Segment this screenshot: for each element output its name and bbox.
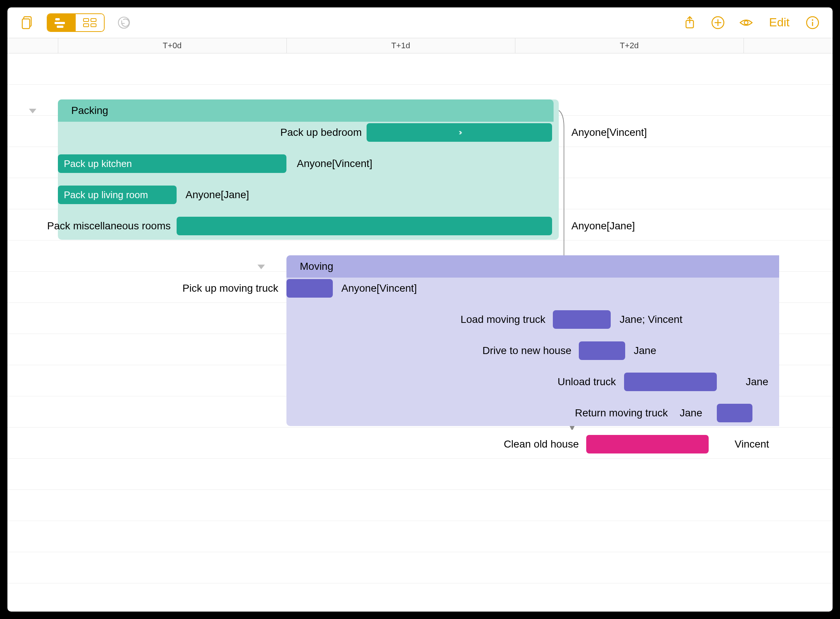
toolbar: Edit	[7, 7, 833, 38]
task-bar-misc[interactable]	[176, 217, 552, 235]
task-assignee-return: Jane	[680, 404, 702, 422]
task-bar-pickup[interactable]	[286, 279, 333, 298]
svg-rect-7	[91, 19, 96, 21]
task-assignee-bedroom: Anyone[Vincent]	[571, 123, 647, 142]
disclosure-packing[interactable]	[26, 104, 39, 117]
task-label-load: Load moving truck	[416, 310, 546, 329]
task-label-misc: Pack miscellaneous rooms	[52, 217, 171, 235]
task-label-living: Pack up living room	[64, 189, 148, 201]
task-bar-unload[interactable]	[624, 372, 717, 391]
task-assignee-unload: Jane	[746, 372, 768, 391]
svg-rect-2	[55, 18, 60, 20]
task-assignee-load: Jane; Vincent	[620, 310, 682, 329]
group-header-packing[interactable]: Packing	[58, 99, 554, 122]
disclosure-moving[interactable]	[254, 260, 268, 273]
task-label-drive: Drive to new house	[416, 341, 571, 360]
task-label-kitchen: Pack up kitchen	[64, 158, 132, 170]
view-mode-segmented	[47, 13, 105, 32]
task-assignee-kitchen: Anyone[Vincent]	[297, 154, 372, 173]
group-title-packing: Packing	[71, 105, 108, 117]
gantt-chart[interactable]: Packing Pack up bedroom ››› Anyone[Vince…	[7, 54, 833, 612]
edit-button[interactable]: Edit	[769, 16, 789, 29]
task-bar-kitchen[interactable]: Pack up kitchen	[58, 154, 286, 173]
task-assignee-pickup: Anyone[Vincent]	[341, 279, 417, 298]
task-assignee-living: Anyone[Jane]	[185, 185, 249, 204]
svg-rect-4	[57, 25, 63, 28]
task-label-return: Return moving truck	[527, 404, 668, 422]
task-bar-living[interactable]: Pack up living room	[58, 185, 176, 204]
svg-rect-6	[84, 24, 89, 27]
task-label-bedroom: Pack up bedroom	[193, 123, 362, 142]
task-bar-clean[interactable]	[586, 435, 708, 453]
group-title-moving: Moving	[300, 260, 333, 272]
view-mode-gantt[interactable]	[48, 14, 76, 31]
task-assignee-drive: Jane	[634, 341, 656, 360]
time-tick-2: T+2d	[620, 41, 639, 51]
time-tick-0: T+0d	[163, 41, 182, 51]
add-button[interactable]	[709, 14, 727, 31]
task-bar-drive[interactable]	[579, 341, 625, 360]
task-assignee-clean: Vincent	[735, 435, 769, 453]
undo-button[interactable]	[115, 14, 133, 31]
svg-point-17	[812, 19, 813, 21]
svg-point-15	[744, 21, 748, 24]
task-label-clean: Clean old house	[445, 435, 579, 453]
time-header: T+0d T+1d T+2d	[7, 38, 833, 54]
task-bar-return[interactable]	[717, 404, 752, 422]
info-button[interactable]	[804, 14, 821, 31]
svg-rect-5	[84, 19, 89, 21]
svg-rect-1	[22, 19, 30, 28]
group-header-moving[interactable]: Moving	[286, 255, 779, 278]
task-bar-bedroom[interactable]: ›››	[366, 123, 552, 142]
svg-rect-3	[55, 22, 65, 24]
task-assignee-misc: Anyone[Jane]	[571, 217, 635, 235]
share-button[interactable]	[681, 14, 699, 31]
view-button[interactable]	[737, 14, 755, 31]
task-bar-load[interactable]	[553, 310, 611, 329]
view-mode-outline[interactable]	[76, 14, 104, 31]
time-tick-1: T+1d	[392, 41, 410, 51]
chevron-icon: ›››	[459, 128, 460, 137]
documents-icon[interactable]	[19, 14, 36, 31]
task-label-unload: Unload truck	[453, 372, 616, 391]
svg-rect-8	[91, 24, 96, 27]
task-label-pickup: Pick up moving truck	[137, 279, 278, 298]
